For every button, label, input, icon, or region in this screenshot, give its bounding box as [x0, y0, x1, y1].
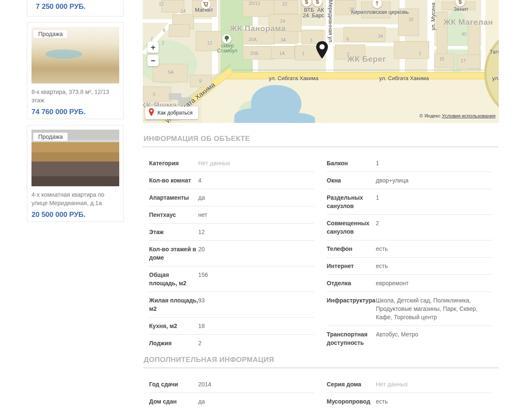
map-label: 40: [461, 31, 466, 36]
map-label: Зенит: [453, 6, 468, 12]
listing-card[interactable]: 7 250 000 РУБ.: [27, 0, 124, 16]
info-value: 2014: [198, 380, 314, 388]
info-value: 2: [198, 339, 314, 347]
map-label: Стамбул: [217, 48, 237, 54]
info-label: Инфраструктура: [327, 296, 376, 321]
info-value: 4: [198, 176, 314, 185]
listing-photo: Продажа: [31, 27, 119, 83]
info-value: двор+улица: [376, 176, 492, 185]
info-value: 18: [198, 322, 314, 330]
info-row: Дом сданда: [149, 393, 314, 409]
info-label: Дом сдан: [149, 397, 198, 406]
map-label: ул. Мусина: [430, 3, 436, 31]
yandex-map[interactable]: ЖК ПанорамаЖК БерегЖК МагеланЖК ЯшмаМагн…: [143, 0, 499, 123]
map-label: 12: [159, 1, 164, 6]
route-button[interactable]: Как добраться: [145, 107, 198, 119]
map-label: 14: [181, 8, 186, 13]
info-value: Автобус, Метро: [376, 330, 492, 347]
info-label: Апартаменты: [149, 193, 198, 202]
map-copyright-text: © Яндекс: [419, 113, 440, 118]
info-label: Балкон: [327, 159, 376, 167]
info-row: ИнфраструктураШкола, Детский сад, Поликл…: [327, 292, 492, 326]
info-row: Кухня, м218: [149, 318, 314, 335]
info-value: 12: [198, 228, 314, 236]
route-pin-icon: [149, 108, 154, 117]
info-row: Телефонесть: [327, 240, 492, 258]
info-row: Апартаментыда: [149, 189, 314, 206]
info-label: Пентхаус: [149, 211, 198, 219]
info-row: Совмещенных санузлов2: [327, 215, 492, 240]
map-zoom-in-button[interactable]: +: [147, 42, 159, 53]
listing-card[interactable]: Продажа 8-к квартира, 373.8 м², 12/13 эт…: [27, 22, 124, 119]
map-label: 3А: [280, 37, 286, 42]
info-row: Транспортная доступностьАвтобус, Метро: [327, 326, 492, 351]
terms-of-use-link[interactable]: Условия использования: [442, 113, 495, 118]
object-info-section: ИНФОРМАЦИЯ ОБ ОБЪЕКТЕ КатегорияНет данны…: [143, 135, 499, 352]
info-label: Транспортная доступность: [327, 330, 376, 347]
map-label: 9: [199, 78, 202, 83]
section-title: ИНФОРМАЦИЯ ОБ ОБЪЕКТЕ: [143, 135, 499, 147]
map-label: 22: [282, 1, 287, 6]
info-label: Совмещенных санузлов: [327, 219, 376, 236]
listing-title: 8-к квартира, 373.8 м², 12/13 этаж: [31, 88, 119, 104]
info-row: Кол-во комнат4: [149, 172, 314, 189]
map-label: 2: [347, 52, 349, 57]
map-label: 28: [349, 7, 354, 12]
map-shape-bld: [394, 41, 429, 59]
info-column-left: КатегорияНет данныхКол-во комнат4Апартам…: [149, 155, 314, 352]
info-label: Серия дома: [327, 380, 376, 388]
map-label: ЖК Магелан: [443, 18, 493, 27]
info-row: Лоджия2: [149, 335, 314, 352]
info-row: Интернетесть: [327, 258, 492, 275]
info-column-left: Год сдачи2014Дом сданда: [149, 376, 314, 409]
info-label: Категория: [149, 159, 198, 167]
map-shape-wat: [234, 108, 272, 123]
map-label: ул.: [492, 75, 499, 81]
info-label: Этаж: [149, 228, 198, 236]
info-row: Раздельных санузлов1: [327, 189, 492, 215]
map-shape-bld: [243, 46, 275, 60]
map-label: 17: [461, 58, 466, 63]
map-label: 34: [378, 34, 383, 39]
map-label: Татн: [490, 49, 499, 55]
info-row: Пентхауснет: [149, 206, 314, 224]
additional-info-section: ДОПОЛНИТЕЛЬНАЯ ИНФОРМАЦИЯ Год сдачи2014Д…: [143, 356, 499, 409]
map-label: 6: [163, 28, 165, 33]
info-row: Общая площадь, м2156: [149, 266, 314, 292]
sale-badge: Продажа: [33, 30, 68, 38]
info-value: есть: [376, 245, 492, 253]
map-label: 1: [302, 51, 304, 56]
map-label: 1А: [279, 51, 285, 56]
info-value: да: [198, 193, 314, 202]
info-label: Интернет: [327, 262, 376, 270]
info-row: Год сдачи2014: [149, 376, 314, 393]
map-label: ЖК Берег: [347, 55, 386, 64]
route-button-label: Как добраться: [157, 110, 192, 116]
map-label: 3: [310, 38, 312, 43]
info-row: Балкон1: [327, 155, 492, 172]
listing-price: 20 500 000 РУБ.: [31, 211, 119, 221]
info-label: Телефон: [327, 245, 376, 253]
info-label: Общая площадь, м2: [149, 271, 198, 287]
info-row: Кол-во этажей в доме20: [149, 241, 314, 266]
info-value: 20: [198, 245, 314, 262]
map-label: Кирилловская церковь: [351, 9, 409, 15]
map-label: ул. Сибгата Хакима: [379, 75, 429, 81]
listing-title: 4-х комнатная квартира по улице Меридиан…: [31, 190, 119, 207]
info-column-right: Серия домаНет данныхМусоропроводесть: [327, 376, 492, 409]
map-label: 24: [280, 18, 285, 23]
map-shape-bld: [143, 86, 171, 102]
map-zoom-out-button[interactable]: −: [147, 55, 159, 66]
map-label: ЖК Панорама: [230, 24, 286, 33]
park-tree-icon: [222, 34, 232, 44]
map-label: 20Б: [250, 51, 258, 56]
map-label: 20А: [249, 37, 257, 42]
info-label: Кол-во комнат: [149, 176, 198, 185]
info-label: Раздельных санузлов: [327, 193, 376, 210]
main-content: ЖК ПанорамаЖК БерегЖК МагеланЖК ЯшмаМагн…: [143, 0, 499, 409]
listing-card[interactable]: Продажа 4-х комнатная квартира по улице …: [27, 125, 124, 222]
map-label: 32: [409, 17, 414, 22]
listing-photo: Продажа: [31, 130, 119, 186]
section-title: ДОПОЛНИТЕЛЬНАЯ ИНФОРМАЦИЯ: [143, 356, 499, 368]
info-column-right: Балкон1Окнадвор+улицаРаздельных санузлов…: [327, 155, 492, 352]
